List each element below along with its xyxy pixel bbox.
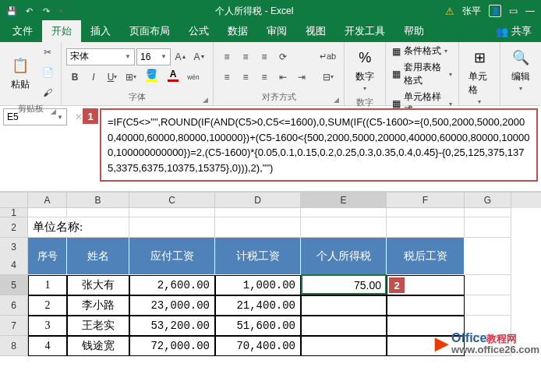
- align-center-icon[interactable]: ≡: [237, 69, 254, 86]
- merge-icon[interactable]: ⊟▾: [316, 69, 339, 86]
- align-bottom-icon[interactable]: ≡: [256, 48, 273, 65]
- cell-net[interactable]: [387, 295, 465, 316]
- bold-button[interactable]: B: [66, 69, 83, 86]
- redo-icon[interactable]: ↷: [41, 5, 51, 16]
- tab-insert[interactable]: 插入: [81, 20, 120, 42]
- clipboard-launcher-icon[interactable]: ◢: [51, 108, 56, 115]
- cell[interactable]: [301, 208, 387, 217]
- decrease-font-icon[interactable]: A▼: [191, 48, 208, 65]
- save-icon[interactable]: 💾: [6, 5, 17, 16]
- italic-button[interactable]: I: [85, 69, 102, 86]
- tab-help[interactable]: 帮助: [394, 20, 433, 42]
- cell[interactable]: [129, 208, 215, 217]
- row-header-8[interactable]: 8: [0, 336, 28, 356]
- fill-color-button[interactable]: 🪣: [141, 69, 161, 86]
- cell[interactable]: [465, 275, 511, 295]
- header-net[interactable]: 税后工资: [387, 238, 465, 275]
- tab-dev[interactable]: 开发工具: [335, 20, 394, 42]
- col-header-g[interactable]: G: [465, 192, 511, 208]
- header-tax[interactable]: 个人所得税: [301, 238, 387, 275]
- cell[interactable]: [215, 208, 301, 217]
- copy-icon[interactable]: 📄: [39, 64, 56, 81]
- cell-tax[interactable]: [301, 316, 387, 336]
- tab-file[interactable]: 文件: [3, 20, 42, 42]
- col-header-c[interactable]: C: [129, 192, 215, 208]
- ribbon-options-icon[interactable]: ▭: [509, 5, 518, 16]
- align-right-icon[interactable]: ≡: [256, 69, 273, 86]
- cut-icon[interactable]: ✂: [39, 44, 56, 61]
- cells-button[interactable]: ⊞ 单元格 ▾: [464, 44, 495, 108]
- row-header-1[interactable]: 1: [0, 208, 28, 217]
- col-header-b[interactable]: B: [67, 192, 129, 208]
- tab-review[interactable]: 审阅: [257, 20, 296, 42]
- font-size-select[interactable]: 16▼: [136, 48, 171, 65]
- phonetic-icon[interactable]: wén: [185, 69, 202, 86]
- col-header-d[interactable]: D: [215, 192, 301, 208]
- header-name[interactable]: 姓名: [67, 238, 129, 275]
- cell-tax[interactable]: [301, 295, 387, 316]
- worksheet[interactable]: A B C D E F G 1 2 单位名称: 34 序号 姓名 应付工资 计税…: [0, 192, 541, 356]
- align-middle-icon[interactable]: ≡: [237, 48, 254, 65]
- cell-taxbase[interactable]: 1,000.00: [215, 275, 301, 295]
- col-header-e[interactable]: E: [301, 192, 387, 208]
- header-taxbase[interactable]: 计税工资: [215, 238, 301, 275]
- cell-name[interactable]: 王老实: [67, 316, 129, 336]
- tab-home[interactable]: 开始: [42, 20, 81, 42]
- cell[interactable]: [129, 217, 215, 238]
- cancel-icon[interactable]: ✕: [75, 111, 83, 122]
- format-painter-icon[interactable]: 🖌: [39, 84, 56, 101]
- row-header-7[interactable]: 7: [0, 316, 28, 336]
- cell[interactable]: [67, 208, 129, 217]
- formula-input[interactable]: =IF(C5<>"",ROUND(IF(AND(C5>0,C5<=1600),0…: [100, 108, 538, 182]
- row-header-2[interactable]: 2: [0, 217, 28, 238]
- cell[interactable]: [465, 208, 511, 217]
- cell-taxbase[interactable]: 21,400.00: [215, 295, 301, 316]
- border-button[interactable]: ⊞▾: [122, 69, 140, 86]
- row-header-5[interactable]: 5: [0, 275, 28, 295]
- cell-org-label[interactable]: 单位名称:: [28, 217, 129, 238]
- tab-view[interactable]: 视图: [296, 20, 335, 42]
- cell-tax-active[interactable]: 75.00 2: [301, 275, 387, 295]
- table-format-button[interactable]: ▦套用表格格式▾: [391, 60, 454, 88]
- col-header-a[interactable]: A: [28, 192, 67, 208]
- row-header-6[interactable]: 6: [0, 295, 28, 316]
- cell-taxbase[interactable]: 51,600.00: [215, 316, 301, 336]
- font-color-button[interactable]: A: [163, 69, 183, 86]
- cell-name[interactable]: 张大有: [67, 275, 129, 295]
- cell-seq[interactable]: 3: [28, 316, 67, 336]
- tab-formulas[interactable]: 公式: [179, 20, 218, 42]
- align-launcher-icon[interactable]: ◢: [334, 96, 339, 104]
- user-name[interactable]: 张平: [462, 5, 481, 18]
- editing-button[interactable]: 🔍 编辑 ▾: [505, 44, 536, 95]
- tab-layout[interactable]: 页面布局: [120, 20, 179, 42]
- align-top-icon[interactable]: ≡: [218, 48, 235, 65]
- header-seq[interactable]: 序号: [28, 238, 67, 275]
- cell-name[interactable]: 李小路: [67, 295, 129, 316]
- cell[interactable]: [28, 208, 67, 217]
- row-header-3-4[interactable]: 34: [0, 238, 28, 275]
- cell[interactable]: [465, 238, 511, 275]
- font-launcher-icon[interactable]: ◢: [203, 96, 208, 104]
- cell-taxbase[interactable]: 70,400.00: [215, 336, 301, 356]
- cell-name[interactable]: 钱途宽: [67, 336, 129, 356]
- increase-indent-icon[interactable]: ⇥: [293, 69, 310, 86]
- cell-pay[interactable]: 2,600.00: [129, 275, 215, 295]
- cell-seq[interactable]: 2: [28, 295, 67, 316]
- wrap-text-icon[interactable]: ↵ab: [316, 48, 339, 65]
- cell-seq[interactable]: 1: [28, 275, 67, 295]
- conditional-format-button[interactable]: ▦条件格式▾: [391, 44, 454, 58]
- increase-font-icon[interactable]: A▲: [172, 48, 189, 65]
- number-format-button[interactable]: % 数字 ▾: [349, 44, 380, 95]
- tab-data[interactable]: 数据: [218, 20, 257, 42]
- paste-button[interactable]: 📋 粘贴: [5, 51, 36, 94]
- warning-icon[interactable]: ⚠: [445, 5, 454, 17]
- undo-icon[interactable]: ↶: [23, 5, 34, 16]
- orientation-icon[interactable]: ⟳: [274, 48, 292, 65]
- cell[interactable]: [465, 217, 511, 238]
- cell-pay[interactable]: 23,000.00: [129, 295, 215, 316]
- cell[interactable]: [301, 217, 387, 238]
- qat-dropdown-icon[interactable]: ▼: [58, 8, 64, 15]
- cell-tax[interactable]: [301, 336, 387, 356]
- align-left-icon[interactable]: ≡: [218, 69, 235, 86]
- font-name-select[interactable]: 宋体▼: [66, 48, 135, 65]
